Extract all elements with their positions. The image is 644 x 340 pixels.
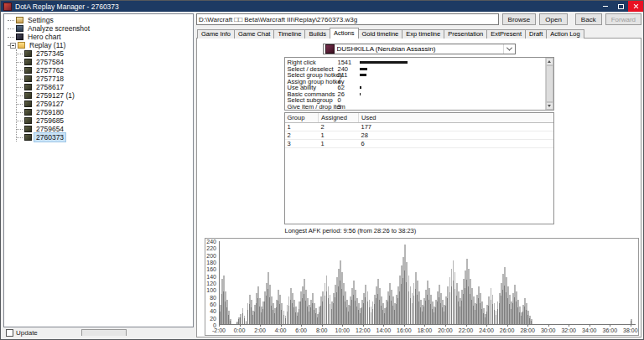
apm-bar-inner — [247, 310, 248, 324]
replay-item-2757718[interactable]: 2757718 — [17, 75, 193, 83]
tree-expander-icon[interactable] — [10, 43, 16, 49]
x-tick-mark — [404, 325, 405, 327]
sidebar-item-analyze-screenshot[interactable]: Analyze screenshot — [6, 24, 193, 33]
tab-action-log[interactable]: Action Log — [546, 29, 584, 39]
update-checkbox[interactable] — [6, 329, 13, 337]
tab-game-chat[interactable]: Game Chat — [234, 29, 274, 39]
tab-draft[interactable]: Draft — [525, 29, 547, 39]
apm-bar-inner — [402, 278, 403, 324]
sidebar-item-hero-chart[interactable]: Hero chart — [6, 33, 193, 41]
replay-icon — [24, 67, 32, 74]
tab-presentation[interactable]: Presentation — [444, 29, 487, 39]
apm-bar-inner — [494, 310, 495, 324]
player-select-dropdown[interactable]: DUSHKILLA (Nerubian Assassin) — [323, 44, 516, 54]
action-list-scrollbar[interactable] — [545, 58, 553, 110]
hero-chart-icon — [16, 33, 23, 40]
apm-bar-inner — [340, 281, 340, 324]
apm-bar-inner — [307, 307, 308, 324]
x-tick-label: 20:00 — [438, 327, 453, 333]
apm-bar-inner — [506, 292, 506, 324]
apm-bar-inner — [387, 301, 388, 324]
tree-item-label: Hero chart — [26, 33, 63, 41]
tree-connector — [17, 87, 23, 88]
replay-item-2759127-1[interactable]: 2759127 (1) — [17, 91, 193, 100]
replay-item-2758617[interactable]: 2758617 — [17, 83, 193, 91]
apm-bar-inner — [328, 298, 329, 324]
tab-gold-timeline[interactable]: Gold timeline — [358, 29, 403, 39]
tree-connector — [17, 129, 23, 130]
x-tick-mark — [240, 325, 241, 327]
replay-item-2759654[interactable]: 2759654 — [17, 125, 193, 133]
apm-bar-inner — [417, 295, 418, 324]
apm-bar-inner — [355, 301, 356, 324]
tab-builds[interactable]: Builds — [304, 29, 330, 39]
apm-bar-inner — [440, 303, 441, 324]
tab-exp-timeline[interactable]: Exp timeline — [402, 29, 444, 39]
replay-item-label: 2759127 (1) — [34, 91, 76, 100]
apm-bar-inner — [285, 318, 286, 324]
apm-bar-inner — [236, 322, 237, 324]
content-area: Browse Open Back Forward Game InfoGame C… — [195, 12, 643, 339]
sidebar-item-settings[interactable]: Settings — [6, 16, 193, 24]
replay-icon — [24, 50, 32, 57]
actions-content: DUSHKILLA (Nerubian Assassin) Right clic… — [284, 44, 554, 236]
apm-bar-inner — [371, 312, 371, 324]
replay-item-2757345[interactable]: 2757345 — [17, 49, 193, 58]
replay-item-2757762[interactable]: 2757762 — [17, 66, 193, 75]
apm-bar-inner — [331, 309, 332, 324]
apm-bar-inner — [475, 310, 475, 324]
apm-bar-inner — [281, 310, 282, 324]
apm-bar-inner — [447, 298, 448, 324]
apm-bar-inner — [319, 312, 319, 324]
bottom-partial-button[interactable] — [81, 329, 127, 336]
replay-item-2759685[interactable]: 2759685 — [17, 116, 193, 125]
apm-bar-inner — [251, 307, 252, 324]
browse-button[interactable]: Browse — [502, 13, 537, 25]
path-toolbar: Browse Open Back Forward — [196, 13, 641, 25]
apm-bar-inner — [312, 303, 313, 324]
replay-tree: SettingsAnalyze screenshotHero chartRepl… — [6, 16, 193, 142]
action-count-bar — [360, 74, 366, 76]
apm-bar-inner — [437, 301, 438, 324]
apm-bar-inner — [478, 298, 479, 324]
replay-item-2760373[interactable]: 2760373 — [17, 133, 193, 142]
close-button[interactable] — [628, 1, 643, 12]
app-window: DotA Replay Manager - 2760373 SettingsAn… — [0, 0, 644, 340]
replay-item-2759127[interactable]: 2759127 — [17, 100, 193, 108]
apm-bar-inner — [507, 298, 508, 324]
back-button[interactable]: Back — [575, 13, 602, 25]
apm-bar-inner — [346, 307, 347, 324]
scroll-up-button[interactable] — [546, 58, 553, 65]
replay-path-input[interactable] — [196, 13, 499, 25]
control-groups-table: GroupAssignedUsed 121772128316 — [284, 112, 554, 224]
apm-bar-inner — [365, 297, 366, 324]
apm-bar — [631, 319, 632, 324]
apm-bar-inner — [473, 306, 474, 324]
tree-connector — [17, 54, 23, 54]
group-cell: 2 — [285, 131, 319, 140]
apm-bar-inner — [422, 312, 423, 324]
apm-bar-inner — [372, 309, 373, 324]
replay-item-2759180[interactable]: 2759180 — [17, 108, 193, 116]
scrollbar-thumb[interactable] — [546, 65, 553, 102]
open-button[interactable]: Open — [539, 13, 568, 25]
x-tick-label: 32:00 — [561, 327, 576, 333]
group-cell: 2 — [319, 123, 359, 131]
maximize-button[interactable] — [613, 1, 628, 12]
dropdown-arrow-button[interactable] — [503, 44, 515, 54]
apm-bar-inner — [363, 303, 364, 324]
x-tick-mark — [342, 325, 343, 327]
x-tick-label: 22:00 — [459, 327, 474, 333]
apm-bar-inner — [430, 304, 431, 324]
minimize-button[interactable] — [598, 1, 613, 12]
tab-actions[interactable]: Actions — [330, 28, 359, 39]
scroll-down-button[interactable] — [546, 102, 553, 110]
apm-bar-inner — [273, 310, 273, 324]
tab-game-info[interactable]: Game Info — [197, 29, 235, 39]
tab-extpresent[interactable]: ExtPresent — [486, 29, 526, 39]
apm-bar-inner — [497, 309, 498, 324]
tab-timeline[interactable]: Timeline — [273, 29, 305, 39]
replay-item-2757584[interactable]: 2757584 — [17, 58, 193, 66]
forward-button[interactable]: Forward — [605, 13, 641, 25]
sidebar-item-replay-11[interactable]: Replay (11) — [6, 41, 193, 49]
